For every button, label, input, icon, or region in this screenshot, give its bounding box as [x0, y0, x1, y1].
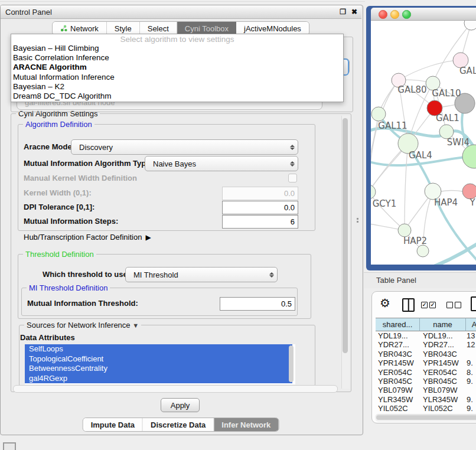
- network-edge[interactable]: [405, 144, 408, 230]
- network-edge[interactable]: [371, 80, 399, 192]
- algorithm-option[interactable]: Bayesian – K2: [11, 82, 343, 92]
- node-label: GAL1: [436, 113, 459, 123]
- kernel-width-field[interactable]: 0.0: [222, 187, 298, 200]
- cell-shared-name: YBR045C: [378, 377, 412, 386]
- which-threshold-combobox[interactable]: MI Threshold: [125, 267, 278, 282]
- algorithm-option[interactable]: ARACNE Algorithm: [11, 63, 343, 72]
- zoom-traffic-light-icon[interactable]: [402, 10, 411, 19]
- control-panel-tab[interactable]: Select: [140, 22, 177, 35]
- cell-value: 12: [467, 340, 475, 349]
- control-panel-titlebar[interactable]: Control Panel ❐ ✖: [1, 5, 361, 19]
- table-row[interactable]: YDL19... YDL19... 13: [372, 331, 476, 340]
- cyni-mode-tab[interactable]: Impute Data: [83, 418, 143, 431]
- select-all-checkbox-icon[interactable]: ✓: [421, 302, 428, 308]
- export-table-icon[interactable]: [471, 296, 476, 311]
- column-header-shared-name[interactable]: shared...: [376, 318, 420, 331]
- network-graph[interactable]: GALGAL80GAL10GAL1GAL11SWI4GAL4GCY1HAP4YH…: [371, 21, 476, 265]
- attribute-list-item[interactable]: BetweennessCentrality: [25, 364, 292, 374]
- node-label: GAL: [459, 66, 476, 76]
- column-layout-icon[interactable]: [402, 298, 415, 312]
- network-node[interactable]: [417, 245, 429, 257]
- table-row[interactable]: YIL052C YIL052C 9.: [372, 404, 476, 413]
- column-header-partial[interactable]: A: [466, 318, 476, 331]
- manual-kernel-checkbox[interactable]: [288, 174, 297, 182]
- algorithm-definition-title: Algorithm Definition: [23, 120, 94, 129]
- tab-label: Cyni Toolbox: [185, 24, 229, 33]
- table-horizontal-scrollbar-thumb[interactable]: [376, 415, 476, 420]
- minimize-traffic-light-icon[interactable]: [390, 10, 399, 19]
- attribute-list-item[interactable]: SelfLoops: [25, 344, 292, 354]
- apply-button[interactable]: Apply: [161, 398, 200, 412]
- table-row[interactable]: YBL079W YBL079W: [372, 386, 476, 394]
- attribute-list-item[interactable]: TopologicalCoefficient: [25, 354, 292, 364]
- table-row[interactable]: YBR043C YBR043C: [372, 350, 476, 358]
- network-tab-icon: [60, 25, 67, 32]
- node-label: GAL4: [409, 150, 432, 161]
- cell-value: 13: [467, 331, 475, 340]
- table-panel-titlebar[interactable]: Table Panel: [364, 272, 476, 288]
- column-header-name[interactable]: name: [420, 318, 466, 331]
- mi-threshold-group-title: MI Threshold Definition: [27, 283, 110, 292]
- mi-steps-field[interactable]: 6: [222, 215, 298, 229]
- network-node[interactable]: [371, 185, 376, 199]
- table-row[interactable]: YDR27... YDR27... 12: [372, 340, 476, 349]
- mi-threshold-field[interactable]: 0.5: [220, 297, 295, 311]
- sources-title-text: Sources for Network Inference: [27, 321, 131, 330]
- settings-scrollbar-thumb[interactable]: [343, 118, 348, 353]
- network-node[interactable]: [398, 224, 411, 237]
- algorithm-option[interactable]: Bayesian – Hill Climbing: [11, 44, 343, 53]
- network-node[interactable]: [464, 21, 476, 30]
- table-row[interactable]: YBR045C YBR045C 9.: [372, 377, 476, 386]
- tab-label: Infer Network: [221, 420, 270, 429]
- hub-definition-toggle[interactable]: Hub/Transcription Factor Definition▶: [24, 233, 151, 242]
- node-label: GAL11: [378, 120, 407, 131]
- algorithm-option[interactable]: Dream8 DC_TDC Algorithm: [11, 92, 343, 101]
- deselect-all-checkbox-icon[interactable]: [446, 302, 453, 308]
- table-settings-gear-icon[interactable]: ⚙: [380, 297, 390, 309]
- tab-label: Impute Data: [91, 420, 135, 429]
- deselect-all-checkbox-icon[interactable]: [455, 302, 461, 308]
- dpi-tolerance-field[interactable]: 0.0: [222, 201, 298, 214]
- close-traffic-light-icon[interactable]: [379, 10, 387, 19]
- attributes-list-scrollbar-thumb[interactable]: [289, 345, 294, 382]
- attribute-list-item[interactable]: gal4RGexp: [25, 374, 292, 384]
- network-node[interactable]: [462, 145, 476, 168]
- algorithm-option-list: Bayesian – Hill Climbing Basic Correlati…: [11, 44, 343, 101]
- settings-horizontal-scrollbar[interactable]: [13, 385, 338, 393]
- network-edge[interactable]: [441, 191, 462, 192]
- split-pane-gripper[interactable]: [357, 218, 360, 223]
- algorithm-option[interactable]: Mutual Information Inference: [11, 73, 343, 82]
- sources-group-title[interactable]: Sources for Network Inference ▼: [24, 321, 141, 330]
- control-panel-tab[interactable]: Style: [107, 22, 140, 35]
- float-window-icon[interactable]: ❐: [340, 8, 346, 16]
- select-all-checkbox-icon[interactable]: ✓: [429, 302, 436, 308]
- table-panel-title: Table Panel: [376, 276, 416, 285]
- table-row[interactable]: YPR145W YPR145W 9.: [372, 358, 476, 367]
- table-row[interactable]: YER054C YER054C 8.: [372, 368, 476, 377]
- which-threshold-label: Which threshold to use:: [43, 270, 130, 279]
- network-node[interactable]: [371, 107, 386, 121]
- dpi-tolerance-label: DPI Tolerance [0,1]:: [24, 203, 94, 211]
- mi-threshold-label: Mutual Information Threshold:: [27, 299, 138, 308]
- control-panel-title: Control Panel: [5, 8, 52, 17]
- control-panel-tab[interactable]: Cyni Toolbox: [177, 22, 236, 35]
- network-edge[interactable]: [371, 192, 405, 230]
- minimized-window-icon[interactable]: [3, 442, 16, 450]
- control-panel-tab[interactable]: Network: [53, 22, 107, 35]
- network-canvas[interactable]: GALGAL80GAL10GAL1GAL11SWI4GAL4GCY1HAP4YH…: [371, 21, 476, 265]
- mi-type-combobox[interactable]: Naive Bayes: [145, 156, 298, 171]
- cyni-mode-tab[interactable]: Infer Network: [214, 418, 278, 431]
- data-attributes-list[interactable]: SelfLoops TopologicalCoefficient Between…: [25, 344, 295, 384]
- cyni-mode-tab[interactable]: Discretize Data: [143, 418, 214, 431]
- cell-shared-name: YBL079W: [378, 386, 413, 394]
- tab-label: Style: [115, 24, 132, 33]
- algorithm-dropdown-popup: Select algorithm to view settings Bayesi…: [11, 34, 344, 102]
- cell-name: YER054C: [423, 368, 457, 377]
- table-row[interactable]: YLR345W YLR345W 9.: [372, 395, 476, 404]
- aracne-mode-combobox[interactable]: Discovery: [71, 139, 298, 155]
- algorithm-option[interactable]: Basic Correlation Inference: [11, 53, 343, 63]
- control-panel-tab[interactable]: jActiveMNodules: [236, 22, 309, 35]
- close-icon[interactable]: ✖: [351, 8, 357, 16]
- tab-label: Select: [148, 24, 169, 33]
- cell-shared-name: YBR043C: [378, 350, 412, 358]
